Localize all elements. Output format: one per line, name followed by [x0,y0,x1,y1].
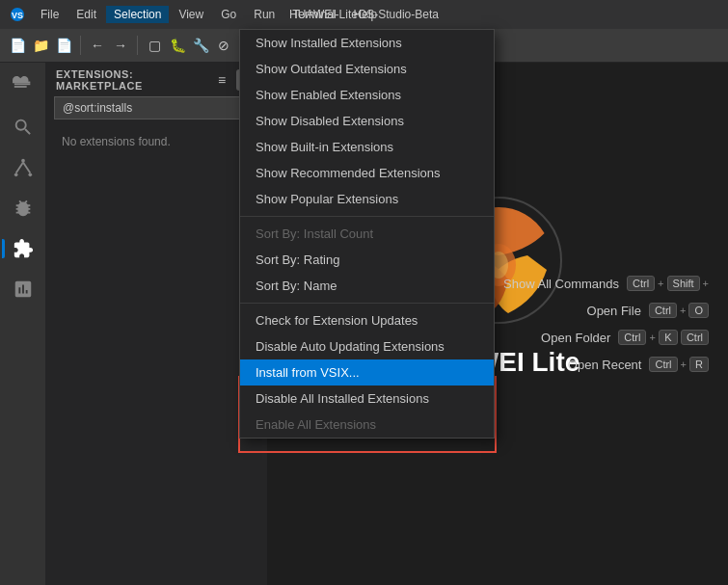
toolbar-separator-1 [80,36,81,55]
activity-debug[interactable] [7,192,40,225]
activity-git[interactable] [7,151,40,184]
shortcut-open-folder-keys: Ctrl + K Ctrl [618,330,709,345]
plus-2: + [703,278,709,289]
sidebar: EXTENSIONS: MARKETPLACE ≡ ⋮ @sort:instal… [46,63,268,585]
shortcut-all-commands-label: Show All Commands [503,277,619,291]
terminal-icon[interactable]: ▢ [145,36,164,55]
menu-run[interactable]: Run [246,6,283,23]
menu-disable-all[interactable]: Disable All Installed Extensions [240,386,494,412]
shortcut-open-file-label: Open File [587,304,641,318]
key-ctrl: Ctrl [627,276,655,291]
activity-explorer[interactable] [7,70,40,103]
svg-rect-2 [13,83,30,85]
menu-selection[interactable]: Selection [106,6,169,23]
activity-bar [0,63,46,585]
plus-3: + [680,305,686,316]
no-extensions-label: No extensions found. [46,127,267,156]
open-file-icon[interactable]: 📄 [54,36,73,55]
shortcuts-panel: Show All Commands Ctrl + Shift + Open Fi… [458,63,728,585]
menu-sort-name[interactable]: Sort By: Name [240,273,494,299]
activity-search[interactable] [7,111,40,144]
menu-view[interactable]: View [171,6,211,23]
title-bar: VS File Edit Selection View Go Run Termi… [0,0,728,29]
shortcut-open-file-keys: Ctrl + O [649,303,709,318]
shortcut-open-file: Open File Ctrl + O [458,297,728,324]
svg-line-8 [23,163,30,173]
key-shift: Shift [667,276,700,291]
svg-point-4 [21,159,25,163]
shortcut-open-folder: Open Folder Ctrl + K Ctrl [458,324,728,351]
key-ctrl-2: Ctrl [649,303,677,318]
svg-rect-3 [13,86,26,88]
menu-show-popular[interactable]: Show Popular Extensions [240,186,494,212]
shortcut-open-folder-label: Open Folder [541,331,610,345]
redo-icon[interactable]: → [111,36,130,55]
svg-point-5 [13,173,17,177]
key-ctrl-5: Ctrl [649,357,677,372]
dropdown-menu: Show Installed Extensions Show Outdated … [239,29,495,439]
plus-4: + [649,332,655,343]
key-r: R [689,357,709,372]
shortcut-all-commands: Show All Commands Ctrl + Shift + [458,270,728,297]
key-ctrl-4: Ctrl [681,330,709,345]
toolbar-separator-2 [137,36,138,55]
menu-show-installed[interactable]: Show Installed Extensions [240,30,494,56]
window-title: HUAWEI-LiteOS-Studio-Beta [289,8,439,21]
menu-disable-auto-update[interactable]: Disable Auto Updating Extensions [240,333,494,359]
menu-go[interactable]: Go [213,6,244,23]
svg-line-7 [15,163,22,173]
dropdown-sep-1 [240,216,494,217]
shortcut-open-recent-label: Open Recent [568,358,642,372]
stop-icon[interactable]: ⊘ [214,36,233,55]
menu-file[interactable]: File [33,6,67,23]
shortcut-open-recent-keys: Ctrl + R [649,357,709,372]
menu-show-enabled[interactable]: Show Enabled Extensions [240,82,494,108]
key-ctrl-3: Ctrl [618,330,646,345]
menu-sort-install-count: Sort By: Install Count [240,221,494,247]
menu-show-recommended[interactable]: Show Recommended Extensions [240,160,494,186]
menu-check-updates[interactable]: Check for Extension Updates [240,307,494,333]
activity-extensions[interactable] [7,232,40,265]
key-o: O [688,303,709,318]
debug-icon[interactable]: 🐛 [168,36,187,55]
menu-install-vsix[interactable]: Install from VSIX... [240,359,494,386]
sidebar-title: EXTENSIONS: MARKETPLACE [56,68,211,92]
menu-sort-rating[interactable]: Sort By: Rating [240,247,494,273]
shortcut-open-recent: Open Recent Ctrl + R [458,351,728,378]
new-file-icon[interactable]: 📄 [8,36,27,55]
plus-1: + [658,278,663,289]
sidebar-header: EXTENSIONS: MARKETPLACE ≡ ⋮ [46,63,267,96]
filter-button[interactable]: ≡ [211,69,232,91]
dropdown-sep-2 [240,303,494,304]
extensions-search-input[interactable]: @sort:installs [54,96,259,120]
plus-5: + [681,359,687,370]
menu-show-disabled[interactable]: Show Disabled Extensions [240,108,494,134]
open-folder-icon[interactable]: 📁 [31,36,50,55]
activity-analytics[interactable] [7,273,40,306]
shortcut-all-commands-keys: Ctrl + Shift + [627,276,709,291]
undo-icon[interactable]: ← [88,36,107,55]
svg-text:VS: VS [12,11,23,20]
menu-show-builtin[interactable]: Show Built-in Extensions [240,134,494,160]
menu-enable-all: Enable All Extensions [240,412,494,438]
svg-point-6 [28,173,32,177]
menu-show-outdated[interactable]: Show Outdated Extensions [240,56,494,82]
settings-icon[interactable]: 🔧 [191,36,210,55]
app-icon: VS [10,7,25,22]
menu-edit[interactable]: Edit [68,6,104,23]
key-k: K [659,330,678,345]
